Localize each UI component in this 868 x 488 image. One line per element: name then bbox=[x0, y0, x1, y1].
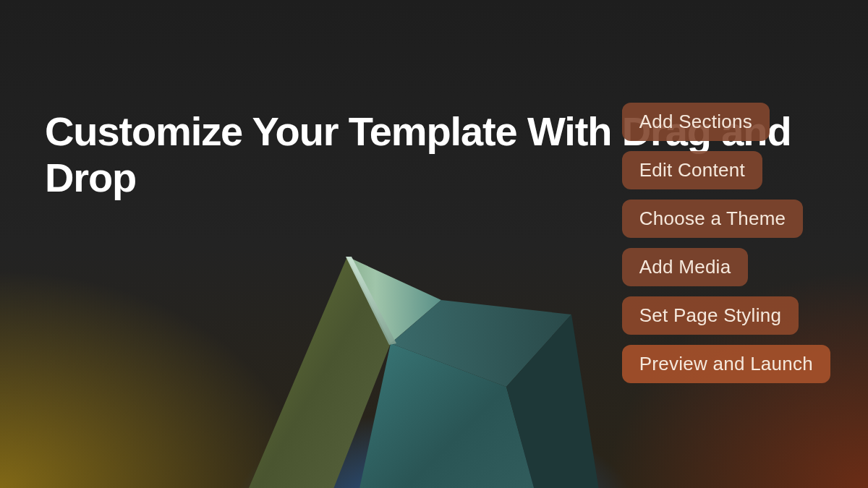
action-list: Add Sections Edit Content Choose a Theme… bbox=[622, 103, 830, 383]
action-preview-and-launch[interactable]: Preview and Launch bbox=[622, 345, 830, 383]
action-set-page-styling[interactable]: Set Page Styling bbox=[622, 296, 799, 335]
action-choose-theme[interactable]: Choose a Theme bbox=[622, 200, 804, 238]
action-add-sections[interactable]: Add Sections bbox=[622, 103, 770, 141]
action-edit-content[interactable]: Edit Content bbox=[622, 151, 762, 189]
action-add-media[interactable]: Add Media bbox=[622, 248, 749, 286]
